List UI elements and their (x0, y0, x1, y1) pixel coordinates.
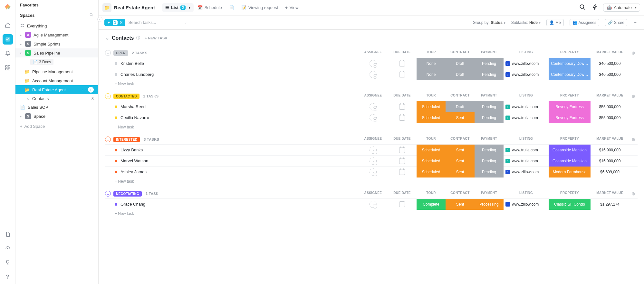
calendar-icon[interactable] (399, 147, 405, 153)
assignee-placeholder-icon[interactable] (370, 71, 377, 78)
task-name[interactable]: Marvel Watson (120, 158, 148, 163)
automate-button[interactable]: 🤖Automate▾ (603, 4, 640, 12)
cell-value[interactable]: $1,297,274 (591, 199, 629, 210)
task-name[interactable]: Kristen Belle (120, 61, 144, 66)
cell-value[interactable]: $40,500,000 (591, 69, 629, 80)
cell-due[interactable] (388, 167, 417, 178)
cell-listing[interactable]: ⌂www.trulia.com (504, 145, 549, 156)
status-pill[interactable]: INTERESTED (113, 137, 140, 142)
assignee-placeholder-icon[interactable] (370, 114, 377, 121)
view-tab-list[interactable]: ☰List3▾ (162, 3, 194, 12)
task-name[interactable]: Cecilia Navarro (120, 115, 149, 120)
cell-assignee[interactable] (359, 112, 388, 123)
notifications-icon[interactable] (3, 48, 13, 59)
cell-value[interactable]: $55,000,000 (591, 112, 629, 123)
task-row[interactable]: Cecilia Navarro Scheduled Sent Pending ⌂… (105, 112, 638, 123)
new-task-row[interactable]: + New task (105, 209, 638, 218)
cell-payment[interactable]: Pending (475, 69, 504, 80)
bolt-icon[interactable] (591, 3, 599, 12)
cell-assignee[interactable] (359, 156, 388, 167)
cell-due[interactable] (388, 58, 417, 69)
task-row[interactable]: Kristen Belle None Draft Pending ⌂www.zi… (105, 58, 638, 69)
task-row[interactable]: Ashley James Scheduled Sent Pending ⌂www… (105, 166, 638, 177)
cell-payment[interactable]: Pending (475, 112, 504, 123)
assignee-placeholder-icon[interactable] (370, 168, 377, 176)
cell-contract[interactable]: Draft (446, 58, 475, 69)
cell-listing[interactable]: ⌂www.trulia.com (504, 112, 549, 123)
cell-payment[interactable]: Pending (475, 145, 504, 156)
cell-property[interactable]: Oceanside Mansion (549, 156, 591, 167)
docs-badge[interactable]: 📄3 Docs (30, 59, 53, 65)
calendar-icon[interactable] (399, 115, 405, 121)
add-space-button[interactable]: +Add Space (15, 121, 98, 131)
cell-contract[interactable]: Sent (446, 112, 475, 123)
cell-contract[interactable]: Sent (446, 199, 475, 210)
cell-tour[interactable]: None (417, 69, 446, 80)
view-tab-schedule[interactable]: 📅Schedule (194, 3, 225, 12)
sidebar-folder-account[interactable]: 📁Account Management (15, 76, 98, 85)
filter-chip[interactable]: ▼1✕ (104, 19, 125, 26)
sidebar-item-agile[interactable]: ▸AAgile Management (15, 30, 98, 39)
cell-tour[interactable]: Scheduled (417, 112, 446, 123)
new-task-row[interactable]: + New task (105, 123, 638, 131)
cell-assignee[interactable] (359, 58, 388, 69)
task-row[interactable]: Lizzy Banks Scheduled Sent Pending ⌂www.… (105, 144, 638, 155)
close-icon[interactable]: ✕ (120, 20, 123, 25)
cell-assignee[interactable] (359, 145, 388, 156)
cell-tour[interactable]: Scheduled (417, 167, 446, 178)
search-input[interactable]: Search tasks... (129, 20, 180, 25)
task-row[interactable]: Marsha Reed Scheduled Draft Pending ⌂www… (105, 101, 638, 112)
cell-contract[interactable]: Draft (446, 69, 475, 80)
more-button[interactable]: ⋯ (633, 19, 638, 26)
cell-property[interactable]: Beverly Fortress (549, 112, 591, 123)
cell-property[interactable]: Contemporary Dow… (549, 58, 591, 69)
tasks-icon[interactable] (3, 34, 13, 45)
cell-listing[interactable]: ⌂www.trulia.com (504, 156, 549, 167)
chevron-down-icon[interactable]: ▾ (189, 6, 190, 9)
calendar-icon[interactable] (399, 169, 405, 175)
sidebar-item-sales-pipeline[interactable]: ▾SSales Pipeline (15, 48, 98, 57)
sidebar-item-salessop[interactable]: 📄Sales SOP (15, 103, 98, 112)
share-button[interactable]: 🔗Share (605, 19, 627, 26)
cell-tour[interactable]: None (417, 58, 446, 69)
collapse-icon[interactable]: ⌄ (105, 35, 109, 41)
sidebar-everything[interactable]: Everything (15, 21, 98, 30)
pulse-icon[interactable] (3, 243, 13, 254)
task-name[interactable]: Grace Chang (120, 202, 145, 207)
doc-icon[interactable] (3, 229, 13, 239)
cell-tour[interactable]: Scheduled (417, 101, 446, 112)
cell-value[interactable]: $6,699,000 (591, 167, 629, 178)
cell-due[interactable] (388, 156, 417, 167)
calendar-icon[interactable] (399, 104, 405, 110)
cell-payment[interactable]: Pending (475, 58, 504, 69)
view-tab-viewing[interactable]: 📝Viewing request (238, 3, 281, 12)
cell-assignee[interactable] (359, 199, 388, 210)
view-tab-doc[interactable]: 📄 (226, 3, 237, 12)
chevron-down-icon[interactable]: ⌄ (185, 21, 187, 24)
cell-assignee[interactable] (359, 101, 388, 112)
groupby-control[interactable]: Group by: Status▾ (473, 20, 505, 25)
cell-property[interactable]: Contemporary Dow… (549, 69, 591, 80)
cell-tour[interactable]: Scheduled (417, 145, 446, 156)
task-row[interactable]: Charles Lundberg None Draft Pending ⌂www… (105, 69, 638, 80)
cell-payment[interactable]: Pending (475, 101, 504, 112)
cell-property[interactable]: Oceanside Mansion (549, 145, 591, 156)
collapse-sidebar-button[interactable]: ‹ (97, 17, 102, 22)
view-tab-add[interactable]: +View (282, 3, 302, 12)
cell-tour[interactable]: Complete (417, 199, 446, 210)
cell-due[interactable] (388, 145, 417, 156)
add-icon[interactable]: + (88, 87, 94, 93)
cell-due[interactable] (388, 199, 417, 210)
assignee-placeholder-icon[interactable] (370, 147, 377, 154)
cell-assignee[interactable] (359, 69, 388, 80)
assignee-placeholder-icon[interactable] (370, 201, 377, 208)
status-pill[interactable]: OPEN (113, 50, 128, 56)
cell-contract[interactable]: Sent (446, 156, 475, 167)
cell-contract[interactable]: Draft (446, 101, 475, 112)
task-name[interactable]: Marsha Reed (120, 104, 146, 109)
task-row[interactable]: Marvel Watson Scheduled Sent Pending ⌂ww… (105, 155, 638, 166)
calendar-icon[interactable] (399, 72, 405, 77)
cell-payment[interactable]: Pending (475, 167, 504, 178)
spaces-section[interactable]: Spaces (15, 10, 98, 21)
favorites-section[interactable]: Favorites (15, 0, 98, 10)
